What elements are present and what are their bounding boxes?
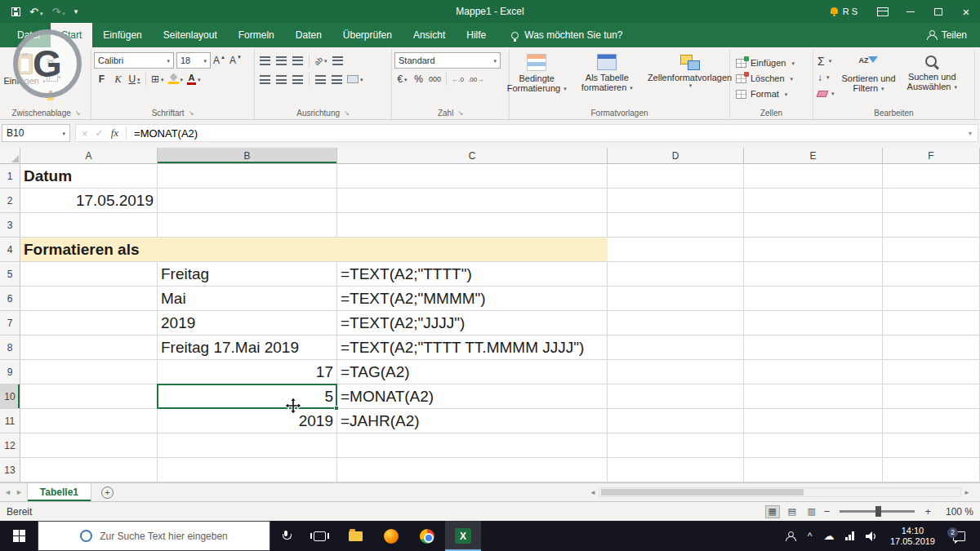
sheet-nav-right-icon[interactable]: ► <box>16 488 27 496</box>
cell-B12[interactable] <box>158 433 337 458</box>
cell-E5[interactable] <box>744 262 883 287</box>
cell-F5[interactable] <box>883 262 980 287</box>
cell-A1[interactable]: Datum <box>20 164 158 189</box>
percent-style-button[interactable]: % <box>411 71 426 87</box>
cell-F10[interactable] <box>883 384 980 409</box>
cell-B11[interactable]: 2019 <box>158 409 337 433</box>
cell-E10[interactable] <box>744 384 883 409</box>
onedrive-tray-button[interactable]: ☁ <box>817 521 840 551</box>
cell-F7[interactable] <box>883 311 980 335</box>
tab-einfügen[interactable]: Einfügen <box>92 23 152 47</box>
clipboard-dialog-launcher[interactable]: ↘ <box>75 109 81 117</box>
number-format-select[interactable]: Standard▾ <box>394 52 501 69</box>
firefox-button[interactable] <box>373 521 409 551</box>
cell-D7[interactable] <box>608 311 744 335</box>
undo-button[interactable]: ↶▾ <box>29 7 42 17</box>
orientation-button[interactable]: ▾ <box>313 52 329 69</box>
cell-B9[interactable]: 17 <box>158 360 337 384</box>
accounting-format-button[interactable]: €▾ <box>394 71 410 87</box>
find-select-button[interactable]: Suchen und Auswählen▾ <box>902 51 963 106</box>
cell-D11[interactable] <box>608 409 744 433</box>
cell-A9[interactable] <box>20 360 158 384</box>
tell-me-search[interactable]: Was möchten Sie tun? <box>511 23 622 47</box>
cell-E1[interactable] <box>744 164 883 189</box>
shrink-font-button[interactable]: A▼ <box>228 52 243 69</box>
cell-A10[interactable] <box>20 384 158 409</box>
align-right-button[interactable] <box>290 71 305 87</box>
cell-D12[interactable] <box>608 433 744 458</box>
cell-D3[interactable] <box>608 213 744 238</box>
row-header-7[interactable]: 7 <box>0 311 20 335</box>
tab-ansicht[interactable]: Ansicht <box>403 23 456 47</box>
bold-button[interactable]: F <box>94 71 109 87</box>
cell-F4[interactable] <box>883 238 980 262</box>
cell-D4[interactable] <box>608 238 744 262</box>
cell-A5[interactable] <box>20 262 158 287</box>
page-break-view-button[interactable]: ▥ <box>804 505 819 518</box>
cell-F2[interactable] <box>883 189 980 213</box>
cell-F9[interactable] <box>883 360 980 384</box>
delete-cells-button[interactable]: Löschen▾ <box>733 71 810 87</box>
row-header-11[interactable]: 11 <box>0 409 20 433</box>
row-header-8[interactable]: 8 <box>0 335 20 360</box>
cell-B1[interactable] <box>158 164 337 189</box>
sheet-nav-left-icon[interactable]: ◄ <box>0 488 16 496</box>
excel-taskbar-button[interactable] <box>445 521 481 551</box>
cell-F8[interactable] <box>883 335 980 360</box>
cell-D8[interactable] <box>608 335 744 360</box>
increase-indent-button[interactable] <box>329 71 345 87</box>
page-layout-view-button[interactable]: ▤ <box>785 505 800 518</box>
cell-E8[interactable] <box>744 335 883 360</box>
italic-button[interactable]: K <box>110 71 126 87</box>
cell-B8[interactable]: Freitag 17.Mai 2019 <box>158 335 337 360</box>
start-button[interactable] <box>0 521 38 551</box>
cell-B7[interactable]: 2019 <box>158 311 337 335</box>
formula-input[interactable]: =MONAT(A2) <box>134 127 198 140</box>
chrome-button[interactable] <box>409 521 445 551</box>
align-bottom-button[interactable] <box>290 52 305 69</box>
cell-E13[interactable] <box>744 458 883 482</box>
cell-F11[interactable] <box>883 409 980 433</box>
merge-center-button[interactable]: ▾ <box>345 71 365 87</box>
tab-daten[interactable]: Daten <box>285 23 332 47</box>
number-dialog-launcher[interactable]: ↘ <box>457 109 463 117</box>
cell-F13[interactable] <box>883 458 980 482</box>
cell-F12[interactable] <box>883 433 980 458</box>
row-header-13[interactable]: 13 <box>0 458 20 482</box>
zoom-out-button[interactable]: − <box>824 505 831 518</box>
format-as-table-button[interactable]: Als Tabelle formatieren▾ <box>576 51 639 106</box>
cell-C13[interactable] <box>337 458 608 482</box>
cell-C6[interactable]: =TEXT(A2;"MMMM") <box>337 287 608 311</box>
save-icon[interactable] <box>11 7 20 16</box>
align-center-button[interactable] <box>274 71 289 87</box>
volume-tray-button[interactable] <box>860 521 883 551</box>
cell-E6[interactable] <box>744 287 883 311</box>
cell-D2[interactable] <box>608 189 744 213</box>
cell-A8[interactable] <box>20 335 158 360</box>
font-name-select[interactable]: Calibri▾ <box>94 52 174 69</box>
font-color-button[interactable]: A▾ <box>185 71 203 87</box>
maximize-button[interactable] <box>924 0 952 23</box>
zoom-in-button[interactable]: + <box>924 505 931 518</box>
decrease-indent-button[interactable] <box>313 71 328 87</box>
tab-überprüfen[interactable]: Überprüfen <box>332 23 403 47</box>
cell-C1[interactable] <box>337 164 608 189</box>
borders-button[interactable]: ⊞▾ <box>149 71 166 87</box>
cell-C2[interactable] <box>337 189 608 213</box>
minimize-button[interactable] <box>897 0 924 23</box>
row-header-5[interactable]: 5 <box>0 262 20 287</box>
insert-cells-button[interactable]: Einfügen▾ <box>733 56 810 71</box>
column-header-f[interactable]: F <box>883 148 980 163</box>
align-left-button[interactable] <box>257 71 273 87</box>
cell-A6[interactable] <box>20 287 158 311</box>
zoom-slider-handle[interactable] <box>875 506 881 517</box>
scroll-left-icon[interactable]: ◄ <box>590 489 596 496</box>
align-middle-button[interactable] <box>274 52 289 69</box>
close-button[interactable]: × <box>952 0 980 23</box>
people-button[interactable] <box>779 521 802 551</box>
cell-A11[interactable] <box>20 409 158 433</box>
taskbar-clock[interactable]: 14:10 17.05.2019 <box>883 526 942 547</box>
cell-B3[interactable] <box>158 213 337 238</box>
conditional-formatting-button[interactable]: Bedingte Formatierung▾ <box>501 51 572 106</box>
zoom-slider[interactable] <box>840 510 915 513</box>
